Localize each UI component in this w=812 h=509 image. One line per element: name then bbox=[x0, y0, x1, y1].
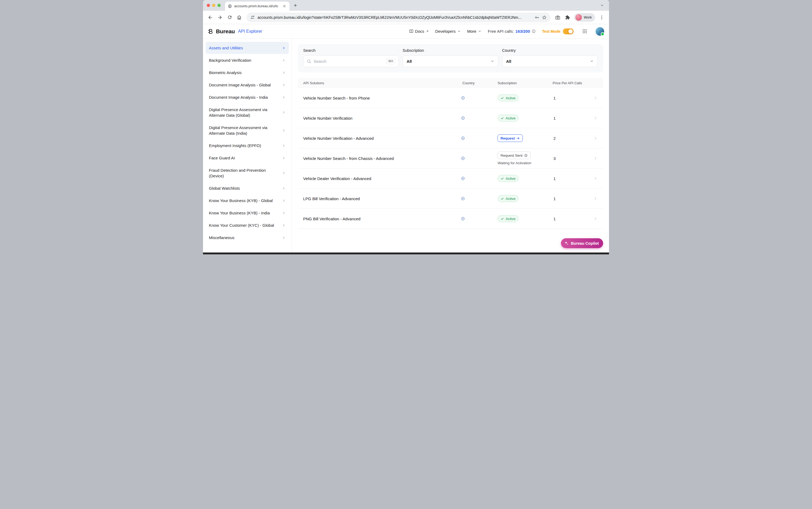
subscription-select[interactable]: All bbox=[402, 55, 498, 67]
chevron-right-icon bbox=[282, 110, 286, 114]
chevron-down-icon bbox=[590, 59, 594, 63]
bureau-logo-icon bbox=[208, 28, 214, 34]
country-select[interactable]: All bbox=[502, 55, 598, 67]
subscription-status-badge[interactable]: Request bbox=[497, 134, 523, 142]
chevron-right-icon bbox=[593, 116, 598, 120]
chevron-right-icon bbox=[282, 186, 286, 190]
bookmark-star-icon[interactable] bbox=[542, 15, 547, 20]
back-button[interactable] bbox=[206, 13, 215, 22]
subscription-status-badge[interactable]: Active bbox=[497, 215, 519, 222]
new-tab-button[interactable] bbox=[292, 2, 299, 9]
password-key-icon[interactable] bbox=[534, 15, 539, 20]
site-settings-icon[interactable] bbox=[250, 15, 255, 20]
table-row[interactable]: Vehicle Number Verification Active bbox=[298, 108, 603, 128]
column-header-country: Country bbox=[462, 81, 497, 85]
subscription-status-badge[interactable]: Request Sent bbox=[497, 151, 530, 159]
chevron-right-icon bbox=[593, 216, 598, 221]
reload-button[interactable] bbox=[225, 13, 234, 22]
price-value: 1 bbox=[553, 196, 591, 201]
book-icon bbox=[409, 29, 414, 34]
country-cell bbox=[462, 116, 497, 121]
table-row[interactable]: Vehicle Number Verification - Advanced R… bbox=[298, 128, 603, 148]
extensions-puzzle-icon[interactable] bbox=[563, 13, 572, 22]
tab-close-icon[interactable] bbox=[282, 4, 287, 9]
country-filter: Country All bbox=[502, 48, 598, 67]
search-tabs-icon[interactable] bbox=[599, 0, 605, 11]
home-button[interactable] bbox=[235, 13, 244, 22]
table-row[interactable]: Vehicle Number Search - from Phone Activ… bbox=[298, 88, 603, 108]
table-row[interactable]: LPG Bill Verification - Advanced Active bbox=[298, 189, 603, 209]
bureau-logo[interactable]: Bureau bbox=[208, 28, 235, 35]
api-solutions-table: API Solutions Country Subscription Price… bbox=[298, 78, 603, 229]
subscription-cell: Active bbox=[497, 195, 553, 202]
sidebar-item[interactable]: Digital Presence Assessment via Alternat… bbox=[206, 122, 289, 139]
subscription-status-badge[interactable]: Active bbox=[497, 95, 519, 101]
api-solution-name: Vehicle Number Verification bbox=[303, 116, 462, 121]
sidebar-item[interactable]: Digital Presence Assessment via Alternat… bbox=[206, 104, 289, 121]
browser-menu-icon[interactable] bbox=[597, 13, 606, 22]
search-box[interactable]: ⌘K bbox=[303, 55, 399, 67]
window-controls bbox=[207, 4, 221, 7]
chevron-right-icon bbox=[593, 96, 598, 100]
sidebar-item[interactable]: Document Image Analysis - India bbox=[206, 91, 289, 103]
minimize-window-button[interactable] bbox=[212, 4, 215, 7]
bureau-copilot-button[interactable]: Bureau Copilot bbox=[561, 238, 603, 248]
table-row[interactable]: Vehicle Dealer Verification - Advanced A… bbox=[298, 169, 603, 189]
camera-capture-icon[interactable] bbox=[553, 13, 562, 22]
check-icon bbox=[500, 177, 504, 180]
table-header-row: API Solutions Country Subscription Price… bbox=[298, 78, 603, 88]
address-bar[interactable]: accounts.prism.bureau.id/u/login?state=h… bbox=[247, 12, 550, 22]
sidebar-item[interactable]: Fraud Detection and Prevention (Device) bbox=[206, 164, 289, 182]
sidebar-item[interactable]: Global Watchlists bbox=[206, 182, 289, 194]
url-text: accounts.prism.bureau.id/u/login?state=h… bbox=[258, 15, 532, 20]
subscription-status-badge[interactable]: Active bbox=[497, 195, 519, 202]
sidebar-item[interactable]: Miscellaneous bbox=[206, 232, 289, 244]
dock-edge bbox=[203, 252, 609, 254]
search-input[interactable] bbox=[314, 59, 384, 64]
sidebar-item-label: Miscellaneous bbox=[209, 235, 234, 240]
sidebar-item[interactable]: Know Your Business (KYB) - India bbox=[206, 207, 289, 219]
more-menu[interactable]: More bbox=[467, 29, 482, 34]
sidebar-item[interactable]: Document Image Analysis - Global bbox=[206, 79, 289, 91]
apps-grid-icon[interactable] bbox=[580, 27, 589, 36]
user-avatar[interactable] bbox=[595, 27, 604, 36]
chevron-right-icon bbox=[593, 196, 598, 201]
sidebar-item-label: Assets and Utilities bbox=[209, 45, 243, 51]
subscription-cell: Request Sent Waiting for Activation bbox=[497, 151, 553, 165]
docs-link[interactable]: Docs bbox=[409, 29, 429, 34]
sidebar-item[interactable]: Background Verification bbox=[206, 54, 289, 66]
table-row[interactable]: PNG Bill Verification - Advanced Active bbox=[298, 209, 603, 229]
sidebar-item[interactable]: Know Your Customer (KYC) - Global bbox=[206, 219, 289, 231]
subscription-filter: Subscription All bbox=[402, 48, 498, 67]
sidebar-item[interactable]: Face Guard AI bbox=[206, 152, 289, 164]
developers-menu[interactable]: Developers bbox=[435, 29, 461, 34]
page-title: API Explorer bbox=[238, 29, 262, 34]
subscription-cell: Active bbox=[497, 114, 553, 122]
category-sidebar: Assets and Utilities Background Verifica… bbox=[203, 39, 292, 252]
sidebar-item[interactable]: Know Your Business (KYB) - Global bbox=[206, 195, 289, 207]
test-mode-label: Test Mode bbox=[542, 29, 560, 34]
sidebar-item[interactable]: Employment Insights (EPFO) bbox=[206, 139, 289, 151]
sidebar-item[interactable]: Biometric Analysis bbox=[206, 67, 289, 79]
subscription-status-badge[interactable]: Active bbox=[497, 175, 519, 182]
chevron-right-icon bbox=[282, 199, 286, 203]
browser-profile-chip[interactable]: Work bbox=[574, 13, 595, 22]
api-calls-label: Free API calls: bbox=[488, 29, 514, 34]
subscription-status-badge[interactable]: Active bbox=[497, 114, 519, 122]
forward-button[interactable] bbox=[215, 13, 225, 22]
fullscreen-window-button[interactable] bbox=[218, 4, 221, 7]
chevron-right-icon bbox=[282, 171, 286, 175]
info-icon[interactable] bbox=[532, 29, 536, 33]
table-row[interactable]: Vehicle Number Search - from Chassis - A… bbox=[298, 148, 603, 169]
sidebar-item[interactable]: Assets and Utilities bbox=[206, 42, 289, 54]
profile-label: Work bbox=[584, 15, 592, 19]
test-mode-toggle[interactable] bbox=[563, 28, 574, 34]
browser-tab[interactable]: accounts.prism.bureau.id/u/lo bbox=[225, 2, 289, 11]
country-cell bbox=[462, 196, 497, 201]
chevron-right-icon bbox=[593, 156, 598, 161]
test-mode-control: Test Mode bbox=[542, 28, 574, 34]
sidebar-item-label: Digital Presence Assessment via Alternat… bbox=[209, 125, 279, 136]
sidebar-item-label: Document Image Analysis - India bbox=[209, 95, 268, 100]
close-window-button[interactable] bbox=[207, 4, 210, 7]
chevron-right-icon bbox=[282, 96, 286, 99]
